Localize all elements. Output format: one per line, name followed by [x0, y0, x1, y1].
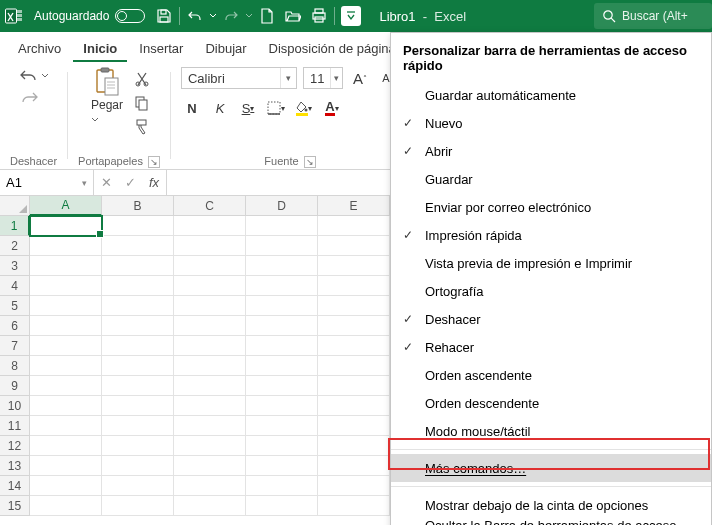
cell[interactable] [318, 376, 390, 396]
cell[interactable] [30, 236, 102, 256]
row-header[interactable]: 7 [0, 336, 30, 356]
open-folder-icon[interactable] [280, 0, 306, 32]
underline-button[interactable]: S ▾ [237, 97, 259, 119]
cell[interactable] [246, 296, 318, 316]
menu-item[interactable]: ✓Rehacer [391, 333, 711, 361]
cell[interactable] [246, 496, 318, 516]
menu-item[interactable]: Orden descendente [391, 389, 711, 417]
enter-formula-icon[interactable]: ✓ [118, 175, 142, 190]
row-header[interactable]: 2 [0, 236, 30, 256]
new-file-icon[interactable] [254, 0, 280, 32]
cell[interactable] [30, 256, 102, 276]
cell[interactable] [318, 296, 390, 316]
font-size-combobox[interactable]: 11 ▾ [303, 67, 343, 89]
borders-button[interactable]: ▾ [265, 97, 287, 119]
cell[interactable] [246, 236, 318, 256]
cell[interactable] [174, 276, 246, 296]
redo-icon[interactable] [218, 0, 244, 32]
cell[interactable] [102, 276, 174, 296]
cell[interactable] [246, 316, 318, 336]
tab-draw[interactable]: Dibujar [195, 35, 256, 62]
name-box[interactable]: A1 ▾ [0, 170, 94, 195]
italic-button[interactable]: K [209, 97, 231, 119]
format-painter-icon[interactable] [133, 118, 151, 136]
undo-dropdown-icon[interactable] [208, 0, 218, 32]
menu-item[interactable]: ✓Impresión rápida [391, 221, 711, 249]
tab-file[interactable]: Archivo [8, 35, 71, 62]
fill-color-button[interactable]: ▾ [293, 97, 315, 119]
cell[interactable] [174, 476, 246, 496]
undo-button[interactable] [19, 68, 49, 84]
cell[interactable] [318, 496, 390, 516]
cell[interactable] [174, 376, 246, 396]
cell[interactable] [174, 256, 246, 276]
font-color-button[interactable]: A ▾ [321, 97, 343, 119]
tab-insert[interactable]: Insertar [129, 35, 193, 62]
cancel-formula-icon[interactable]: ✕ [94, 175, 118, 190]
cell[interactable] [174, 416, 246, 436]
undo-icon[interactable] [182, 0, 208, 32]
customize-qat-button[interactable] [341, 6, 361, 26]
grow-font-button[interactable]: A˄ [349, 67, 371, 89]
cell[interactable] [318, 456, 390, 476]
fx-button[interactable]: fx [142, 175, 166, 190]
cell[interactable] [102, 356, 174, 376]
menu-item[interactable]: Guardar [391, 165, 711, 193]
cell[interactable] [318, 276, 390, 296]
chevron-down-icon[interactable]: ▾ [280, 68, 296, 88]
menu-item[interactable]: ✓Nuevo [391, 109, 711, 137]
row-header[interactable]: 10 [0, 396, 30, 416]
redo-button[interactable] [19, 90, 49, 106]
cell[interactable] [102, 436, 174, 456]
row-header[interactable]: 6 [0, 316, 30, 336]
cell[interactable] [102, 316, 174, 336]
dialog-launcher-icon[interactable]: ↘ [148, 156, 160, 168]
menu-item-more-commands[interactable]: Más comandos… [391, 454, 711, 482]
cell[interactable] [174, 456, 246, 476]
cell[interactable] [30, 376, 102, 396]
menu-item[interactable]: Orden ascendente [391, 361, 711, 389]
cell[interactable] [318, 256, 390, 276]
col-header[interactable]: C [174, 196, 246, 216]
search-input[interactable] [622, 9, 702, 23]
row-header[interactable]: 11 [0, 416, 30, 436]
cell[interactable] [246, 216, 318, 236]
cell[interactable] [102, 216, 174, 236]
cell[interactable] [246, 476, 318, 496]
cell[interactable] [318, 416, 390, 436]
cell[interactable] [102, 236, 174, 256]
cell[interactable] [246, 276, 318, 296]
chevron-down-icon[interactable] [41, 72, 49, 80]
tab-home[interactable]: Inicio [73, 35, 127, 62]
menu-item[interactable]: ✓Deshacer [391, 305, 711, 333]
autosave-toggle-area[interactable]: Autoguardado [28, 9, 151, 23]
cell[interactable] [246, 436, 318, 456]
col-header[interactable]: A [30, 196, 102, 216]
bold-button[interactable]: N [181, 97, 203, 119]
cell[interactable] [30, 476, 102, 496]
cell[interactable] [30, 336, 102, 356]
cell[interactable] [174, 296, 246, 316]
cell[interactable] [318, 476, 390, 496]
quick-print-icon[interactable] [306, 0, 332, 32]
menu-item[interactable]: Enviar por correo electrónico [391, 193, 711, 221]
cell[interactable] [102, 256, 174, 276]
dialog-launcher-icon[interactable]: ↘ [304, 156, 316, 168]
menu-item[interactable]: Modo mouse/táctil [391, 417, 711, 445]
font-name-combobox[interactable]: Calibri ▾ [181, 67, 297, 89]
cell[interactable] [30, 276, 102, 296]
row-header[interactable]: 15 [0, 496, 30, 516]
save-icon[interactable] [151, 0, 177, 32]
cell[interactable] [102, 416, 174, 436]
row-header[interactable]: 14 [0, 476, 30, 496]
copy-icon[interactable] [133, 94, 151, 112]
chevron-down-icon[interactable]: ▾ [82, 178, 87, 188]
cell[interactable] [174, 336, 246, 356]
cell[interactable] [246, 456, 318, 476]
cell[interactable] [174, 316, 246, 336]
row-header[interactable]: 13 [0, 456, 30, 476]
cell[interactable] [246, 376, 318, 396]
menu-item-hide-qat[interactable]: Ocultar la Barra de herramientas de acce… [391, 519, 711, 525]
row-header[interactable]: 4 [0, 276, 30, 296]
row-header[interactable]: 9 [0, 376, 30, 396]
